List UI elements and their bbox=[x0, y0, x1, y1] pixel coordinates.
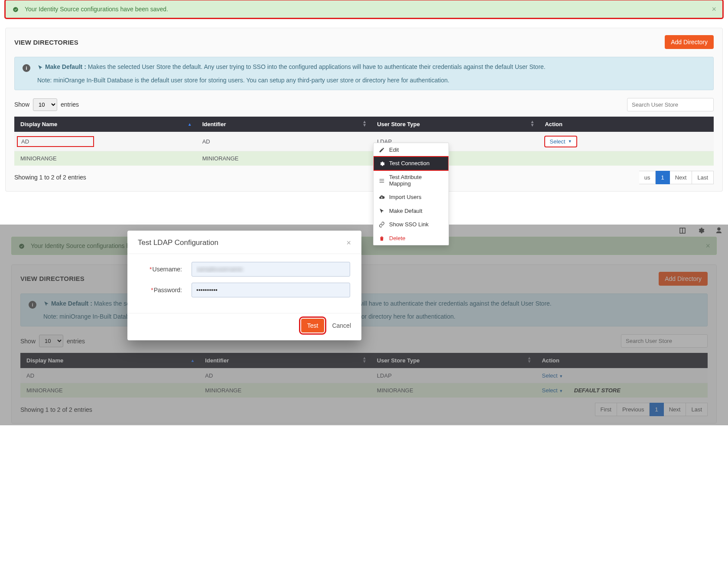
col-action: Action bbox=[539, 117, 714, 132]
menu-edit[interactable]: Edit bbox=[374, 143, 448, 157]
menu-import-users[interactable]: Import Users bbox=[374, 190, 448, 204]
check-circle-icon bbox=[13, 6, 19, 13]
menu-make-default[interactable]: Make Default bbox=[374, 204, 448, 218]
username-label: *Username: bbox=[139, 266, 182, 273]
table-showing: Showing 1 to 2 of 2 entries bbox=[14, 174, 86, 181]
show-pre: Show bbox=[14, 101, 29, 108]
password-field[interactable] bbox=[192, 283, 350, 297]
menu-test-attribute[interactable]: Test Attribute Mapping bbox=[374, 170, 448, 190]
edit-icon bbox=[379, 147, 385, 153]
page-size-select[interactable]: 10 bbox=[33, 98, 57, 111]
col-user-store-type[interactable]: User Store Type▲▼ bbox=[371, 117, 539, 132]
cancel-button[interactable]: Cancel bbox=[332, 322, 351, 329]
info-bold: Make Default : bbox=[45, 63, 86, 70]
cell-identifier: AD bbox=[196, 132, 371, 151]
caret-down-icon: ▼ bbox=[568, 139, 572, 143]
col-identifier[interactable]: Identifier▲▼ bbox=[196, 117, 371, 132]
alert-close-icon[interactable]: × bbox=[712, 5, 716, 14]
card-title: VIEW DIRECTORIES bbox=[14, 39, 78, 46]
menu-show-sso[interactable]: Show SSO Link bbox=[374, 218, 448, 231]
info-note: Note: miniOrange In-Built Database is th… bbox=[37, 77, 705, 84]
cursor-icon bbox=[37, 63, 45, 70]
col-display-name[interactable]: Display Name▲ bbox=[14, 117, 196, 132]
link-icon bbox=[379, 221, 385, 228]
test-ldap-modal: Test LDAP Configuration × *Username: *Pa… bbox=[127, 231, 361, 340]
mapping-icon bbox=[379, 177, 385, 184]
trash-icon bbox=[379, 235, 385, 241]
cell-display: AD bbox=[17, 136, 94, 147]
menu-test-connection[interactable]: Test Connection bbox=[374, 156, 448, 170]
action-menu: Edit Test Connection Test Attribute Mapp… bbox=[373, 143, 449, 245]
pagination: us 1 Next Last bbox=[628, 171, 714, 184]
modal-title: Test LDAP Configuration bbox=[138, 238, 218, 247]
modal-overlay bbox=[0, 225, 728, 426]
close-icon[interactable]: × bbox=[346, 238, 351, 248]
search-input[interactable] bbox=[627, 98, 714, 111]
cell-display: MINIORANGE bbox=[14, 151, 196, 166]
cursor-icon bbox=[379, 207, 385, 214]
page-next[interactable]: Next bbox=[670, 171, 692, 184]
table-row: MINIORANGE MINIORANGE MINIORANGE bbox=[14, 151, 714, 166]
cell-identifier: MINIORANGE bbox=[196, 151, 371, 166]
info-box: i Make Default : Makes the selected User… bbox=[14, 57, 714, 90]
show-post: entries bbox=[61, 101, 79, 108]
cloud-upload-icon bbox=[379, 194, 385, 201]
page-1[interactable]: 1 bbox=[656, 171, 670, 184]
info-text: Makes the selected User Store the defaul… bbox=[88, 63, 546, 70]
directories-card: VIEW DIRECTORIES Add Directory i Make De… bbox=[5, 28, 723, 191]
info-icon: i bbox=[23, 64, 30, 72]
password-label: *Password: bbox=[139, 287, 182, 293]
username-field[interactable] bbox=[192, 262, 350, 277]
table-row: AD AD LDAP Select▼ bbox=[14, 132, 714, 151]
page-last[interactable]: Last bbox=[692, 171, 714, 184]
page-prev-fragment[interactable]: us bbox=[639, 171, 656, 184]
directories-table: Display Name▲ Identifier▲▼ User Store Ty… bbox=[14, 117, 714, 166]
alert-success: Your Identity Source configurations have… bbox=[5, 0, 723, 18]
row-action-select[interactable]: Select▼ bbox=[545, 136, 576, 147]
add-directory-button[interactable]: Add Directory bbox=[665, 35, 714, 49]
gears-icon bbox=[379, 160, 385, 167]
menu-delete[interactable]: Delete bbox=[374, 231, 448, 245]
test-button[interactable]: Test bbox=[301, 319, 325, 333]
alert-text: Your Identity Source configurations have… bbox=[25, 6, 168, 13]
